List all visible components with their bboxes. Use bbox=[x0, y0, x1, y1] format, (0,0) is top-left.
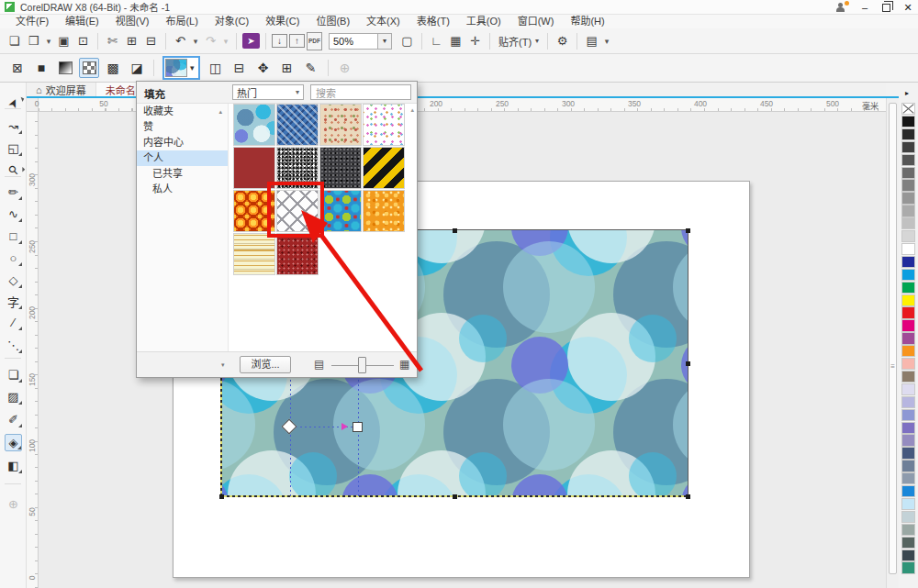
category-私人[interactable]: 私人 bbox=[137, 182, 228, 197]
redo-button[interactable]: ↷ bbox=[202, 32, 219, 50]
menu-工具[interactable]: 工具(O) bbox=[458, 15, 509, 28]
launcher-dropdown-arrow[interactable]: ▾ bbox=[602, 32, 611, 50]
fountain-fill-button[interactable] bbox=[55, 58, 75, 78]
add-fill-button[interactable]: ⊕ bbox=[335, 58, 355, 78]
fill-tile-handle[interactable] bbox=[353, 422, 363, 432]
text-tool[interactable]: 字 bbox=[5, 293, 22, 310]
bitmap-pattern-fill-button[interactable]: ▩ bbox=[103, 58, 123, 78]
tab-welcome-screen[interactable]: ⌂ 欢迎屏幕 bbox=[27, 83, 96, 97]
palette-color-6b6b6b[interactable] bbox=[901, 167, 915, 179]
menu-文件[interactable]: 文件(F) bbox=[7, 15, 57, 28]
palette-color-00a551[interactable] bbox=[901, 282, 915, 294]
palette-color-0c9ee0[interactable] bbox=[901, 269, 915, 281]
show-grid-button[interactable]: ▦ bbox=[447, 32, 465, 50]
swatch-fire-scales[interactable] bbox=[233, 190, 275, 232]
mirror-tiles-vertical-button[interactable]: ⊟ bbox=[230, 58, 250, 78]
selection-handle[interactable] bbox=[453, 494, 457, 499]
palette-color-ababab[interactable] bbox=[901, 205, 915, 216]
vector-pattern-fill-button[interactable] bbox=[79, 58, 99, 78]
swatch-hazard-stripes[interactable] bbox=[363, 147, 405, 189]
palette-color-808080[interactable] bbox=[901, 179, 915, 191]
full-screen-preview-button[interactable]: ▢ bbox=[398, 32, 416, 50]
vertical-scrollbar[interactable]: ≡ bbox=[886, 98, 899, 588]
swatch-scroll-up-icon[interactable]: ▴ bbox=[410, 106, 414, 114]
palette-color-6e7f98[interactable] bbox=[901, 460, 915, 472]
palette-color-3a4750[interactable] bbox=[901, 549, 915, 561]
undo-dropdown-arrow[interactable]: ▾ bbox=[191, 32, 200, 50]
palette-no-color[interactable] bbox=[901, 103, 915, 115]
palette-color-555555[interactable] bbox=[901, 154, 915, 166]
artistic-media-tool[interactable]: ∿ bbox=[5, 205, 22, 223]
palette-color-c3d2d7[interactable] bbox=[901, 511, 915, 523]
thumbnail-size-slider-handle[interactable] bbox=[358, 357, 366, 373]
palette-color-404040[interactable] bbox=[901, 141, 915, 153]
palette-color-8c7c6a[interactable] bbox=[901, 371, 915, 383]
small-thumbnails-icon[interactable]: ▤ bbox=[314, 358, 324, 371]
shape-tool[interactable]: ↝ bbox=[5, 117, 22, 135]
palette-color-e2007d[interactable] bbox=[901, 319, 915, 331]
drop-shadow-tool[interactable]: ❏ bbox=[5, 366, 22, 383]
print-button[interactable]: ⊡ bbox=[74, 32, 92, 50]
edit-fill-button[interactable]: ✎ bbox=[301, 58, 321, 78]
sort-combo[interactable]: 热门 ▾ bbox=[232, 84, 304, 100]
swatch-white-lattice-selected[interactable] bbox=[276, 190, 319, 232]
palette-color-7e70c2[interactable] bbox=[901, 422, 915, 434]
menu-对象[interactable]: 对象(C) bbox=[207, 15, 257, 28]
palette-color-1a87d9[interactable] bbox=[901, 485, 915, 497]
options-button[interactable]: ⚙ bbox=[554, 32, 571, 50]
category-内容中心[interactable]: 内容中心 bbox=[137, 135, 228, 150]
transparency-tool[interactable]: ▨ bbox=[5, 388, 22, 405]
new-document-button[interactable]: ❏ bbox=[6, 32, 23, 50]
open-button[interactable]: ❒ bbox=[25, 32, 42, 50]
save-button[interactable]: ▣ bbox=[55, 32, 73, 50]
uniform-fill-button[interactable]: ■ bbox=[31, 58, 51, 78]
fill-picker-dropdown[interactable]: ▾ bbox=[162, 56, 200, 80]
swatch-dark-red[interactable] bbox=[233, 147, 275, 189]
swatch-orange-mottled[interactable] bbox=[363, 190, 405, 232]
open-dropdown-arrow[interactable]: ▾ bbox=[44, 32, 53, 50]
zoom-level-dropdown-arrow[interactable]: ▾ bbox=[378, 33, 392, 50]
copy-fill-button[interactable]: ⊞ bbox=[277, 58, 297, 78]
menu-编辑[interactable]: 编辑(E) bbox=[57, 15, 107, 28]
palette-flyout-arrow[interactable]: ▸ bbox=[905, 89, 909, 97]
copy-button[interactable]: ⊞ bbox=[123, 32, 140, 50]
palette-color-9aa8a4[interactable] bbox=[901, 524, 915, 536]
mirror-tiles-horizontal-button[interactable]: ◫ bbox=[206, 58, 226, 78]
crop-tool[interactable]: ◱ bbox=[5, 139, 22, 157]
selection-handle[interactable] bbox=[219, 494, 224, 499]
menu-表格[interactable]: 表格(T) bbox=[409, 15, 458, 28]
two-color-pattern-fill-button[interactable]: ◪ bbox=[127, 58, 147, 78]
vertical-ruler[interactable]: 300250200150100500 bbox=[27, 112, 39, 588]
ellipse-tool[interactable]: ○ bbox=[5, 250, 22, 267]
smart-fill-tool[interactable]: ◧ bbox=[5, 457, 22, 474]
palette-color-d6d6d6[interactable] bbox=[901, 230, 915, 242]
color-eyedropper-tool[interactable]: ✐ bbox=[5, 411, 22, 428]
large-thumbnails-icon[interactable]: ▦ bbox=[399, 358, 409, 371]
menu-帮助[interactable]: 帮助(H) bbox=[562, 15, 612, 28]
palette-color-ffffff[interactable] bbox=[901, 243, 915, 255]
search-input[interactable]: 搜索 bbox=[310, 84, 411, 100]
category-赞[interactable]: 赞 bbox=[137, 119, 228, 135]
palette-color-566460[interactable] bbox=[901, 537, 915, 549]
menu-窗口[interactable]: 窗口(W) bbox=[509, 15, 563, 28]
category-收藏夹[interactable]: 收藏夹▴ bbox=[137, 104, 228, 119]
dimension-tool[interactable]: ∕ bbox=[5, 314, 22, 331]
menu-布局[interactable]: 布局(L) bbox=[157, 15, 206, 28]
menu-视图[interactable]: 视图(V) bbox=[107, 15, 158, 28]
import-button[interactable]: ↓ bbox=[272, 34, 287, 48]
show-rulers-button[interactable]: ∟ bbox=[428, 32, 445, 50]
restore-button[interactable] bbox=[882, 4, 890, 12]
palette-color-8e9bad[interactable] bbox=[901, 472, 915, 484]
search-content-button[interactable]: ➤ bbox=[242, 33, 260, 49]
swatch-red-speckled[interactable] bbox=[276, 233, 319, 275]
swatch-bw-noise[interactable] bbox=[276, 147, 319, 189]
swatch-blue-mosaic[interactable] bbox=[276, 104, 319, 146]
undo-button[interactable]: ↶ bbox=[172, 32, 189, 50]
selection-handle[interactable] bbox=[453, 228, 457, 233]
browse-button[interactable]: 浏览... bbox=[240, 356, 291, 373]
show-guidelines-button[interactable]: ✛ bbox=[466, 32, 484, 50]
no-fill-button[interactable]: ⊠ bbox=[7, 58, 28, 78]
transform-fill-button[interactable]: ✥ bbox=[253, 58, 274, 78]
tree-scroll-up-icon[interactable]: ▴ bbox=[218, 104, 222, 119]
swatch-white-confetti[interactable] bbox=[363, 104, 405, 146]
